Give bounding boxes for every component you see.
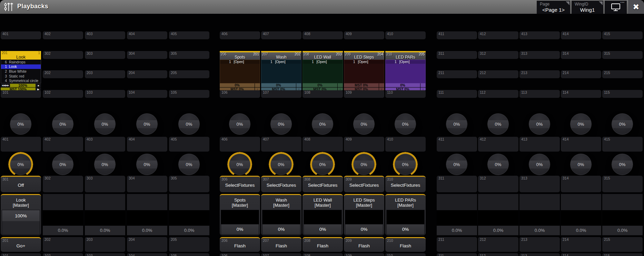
exec-cell-212[interactable]: 212 — [478, 237, 518, 252]
encoder-knob[interactable]: 0% — [52, 113, 73, 135]
master-fader-look[interactable]: Look[Master]100% — [1, 194, 41, 235]
exec-cell-401[interactable]: 401 — [1, 137, 41, 152]
encoder-knob[interactable]: 0% — [136, 113, 158, 135]
exec-cell-304[interactable]: 304 — [127, 176, 167, 192]
encoder-knob[interactable]: 0% — [487, 113, 509, 135]
exec-cell-112[interactable]: 112 — [478, 90, 518, 98]
playback-level[interactable]: 100% — [10, 84, 36, 87]
encoder-knob[interactable]: 0% — [312, 113, 333, 135]
exec-cell-108[interactable]: 108 — [303, 90, 343, 98]
fader-well[interactable]: 0% — [262, 210, 300, 235]
exec-cell-412[interactable]: 412 — [478, 137, 518, 152]
bar-end-box[interactable] — [420, 83, 426, 87]
master-level[interactable]: MST 100% — [1, 88, 36, 90]
exec-cell-205[interactable]: 205 — [169, 70, 209, 78]
exec-cell-313[interactable]: 313 — [519, 176, 560, 192]
flash-button-207[interactable]: 207Flash — [261, 237, 301, 252]
bar-end-box[interactable] — [255, 83, 260, 87]
encoder-knob[interactable]: 0% — [52, 154, 73, 175]
exec-cell-408[interactable]: 408 — [303, 31, 343, 39]
exec-cell-303[interactable]: 303 — [85, 176, 125, 192]
playback-widget-led-wall[interactable]: 208203LED Wall1[Open]0%MST 0%↑ — [303, 51, 343, 90]
fader-handle[interactable]: 0.0% — [85, 226, 125, 235]
flash-button-210[interactable]: 210Flash — [385, 237, 426, 252]
level-bar[interactable]: MST 0%↑ — [303, 88, 343, 90]
cue-open-row[interactable]: 1[Open] — [385, 60, 426, 64]
level-bar[interactable]: MST 0% — [344, 83, 384, 87]
exec-cell-411[interactable]: 411 — [437, 31, 477, 39]
exec-cell-408[interactable]: 408 — [303, 137, 343, 152]
exec-cell-313[interactable]: 313 — [519, 51, 560, 59]
fader-handle[interactable]: 0% — [221, 224, 259, 234]
fader-strip-empty[interactable]: 0.0% — [43, 194, 83, 235]
exec-cell-113[interactable]: 113 — [519, 253, 560, 256]
encoder-knob[interactable]: 0% — [229, 113, 250, 135]
playback-widget-led-pars[interactable]: 210205LED PARs1[Open]0%MST 0%↑ — [385, 51, 426, 90]
exec-cell-303[interactable]: 303 — [85, 51, 125, 59]
off-button-301[interactable]: 301Off — [1, 176, 41, 192]
exec-cell-314[interactable]: 314 — [561, 51, 601, 59]
encoder-knob[interactable]: 0% — [570, 154, 592, 175]
fader-handle[interactable]: 0.0% — [519, 226, 560, 235]
exec-cell-105[interactable]: 105 — [169, 253, 209, 256]
master-up-button[interactable]: ↑ — [420, 88, 426, 90]
fader-handle[interactable]: 0% — [304, 224, 341, 234]
transport-buttons[interactable]: ◀◀▶▶ — [1, 84, 10, 87]
encoder-knob[interactable]: 0% — [446, 113, 467, 135]
master-fader-wash[interactable]: Wash[Master]0% — [261, 194, 301, 235]
exec-cell-211[interactable]: 211 — [437, 237, 477, 252]
exec-cell-302[interactable]: 302 — [43, 51, 83, 59]
fader-handle[interactable]: 0.0% — [478, 226, 518, 235]
encoder-knob[interactable]: 0% — [353, 154, 375, 175]
exec-cell-312[interactable]: 312 — [478, 51, 518, 59]
wing-selector[interactable]: WingID Wing1 — [572, 1, 603, 14]
exec-cell-405[interactable]: 405 — [169, 137, 209, 152]
master-up-button[interactable]: ↑ — [255, 88, 260, 90]
fader-strip-empty[interactable]: 0.0% — [127, 194, 167, 235]
master-fader-led-wall[interactable]: LED Wall[Master]0% — [303, 194, 343, 235]
exec-cell-409[interactable]: 409 — [344, 137, 384, 152]
exec-cell-108[interactable]: 108 — [303, 253, 343, 256]
fader-strip-empty[interactable]: 0.0% — [478, 194, 518, 235]
fader-strip-empty[interactable]: 0.0% — [602, 194, 643, 235]
exec-cell-109[interactable]: 109 — [344, 253, 384, 256]
exec-cell-315[interactable]: 315 — [602, 176, 643, 192]
fader-handle[interactable]: 0% — [345, 224, 383, 234]
exec-cell-104[interactable]: 104 — [127, 253, 167, 256]
exec-cell-103[interactable]: 103 — [85, 253, 125, 256]
exec-cell-215[interactable]: 215 — [602, 237, 643, 252]
encoder-knob[interactable]: 0% — [487, 154, 509, 175]
exec-cell-413[interactable]: 413 — [519, 137, 560, 152]
exec-cell-305[interactable]: 305 — [169, 176, 209, 192]
playback-widget-led-steps[interactable]: 209204LED Steps1[Open]MST 0%MST 0%↑ — [344, 51, 384, 90]
exec-cell-213[interactable]: 213 — [519, 70, 560, 78]
fader-well[interactable]: 100% — [2, 210, 40, 235]
exec-cell-409[interactable]: 409 — [344, 31, 384, 39]
encoder-knob[interactable]: 0% — [312, 154, 333, 175]
exec-cell-312[interactable]: 312 — [478, 176, 518, 192]
exec-cell-406[interactable]: 406 — [220, 31, 260, 39]
fader-handle[interactable]: 100% — [2, 210, 40, 221]
exec-cell-112[interactable]: 112 — [478, 253, 518, 256]
exec-cell-214[interactable]: 214 — [561, 237, 601, 252]
fader-well[interactable]: 0% — [221, 210, 259, 235]
encoder-knob[interactable]: 0% — [570, 113, 592, 135]
exec-cell-414[interactable]: 414 — [561, 31, 601, 39]
encoder-knob[interactable]: 0% — [94, 154, 116, 175]
encoder-knob[interactable]: 0% — [136, 154, 158, 175]
exec-cell-407[interactable]: 407 — [261, 137, 301, 152]
fader-strip-empty[interactable]: 0.0% — [561, 194, 601, 235]
selectfixtures-button-308[interactable]: 308SelectFixtures — [303, 176, 343, 192]
master-fader-led-steps[interactable]: LED Steps[Master]0% — [344, 194, 384, 235]
encoder-knob[interactable]: 0% — [94, 113, 116, 135]
exec-cell-202[interactable]: 202 — [43, 237, 83, 252]
exec-cell-406[interactable]: 406 — [220, 137, 260, 152]
exec-cell-413[interactable]: 413 — [519, 31, 560, 39]
selectfixtures-button-306[interactable]: 306SelectFixtures — [220, 176, 260, 192]
exec-cell-107[interactable]: 107 — [261, 253, 301, 256]
page-selector[interactable]: Page <Page 1> — [537, 1, 570, 14]
fader-handle[interactable]: 0.0% — [43, 226, 83, 235]
encoder-knob[interactable]: 0% — [395, 113, 416, 135]
close-button[interactable]: ✖ — [628, 0, 644, 14]
exec-cell-403[interactable]: 403 — [85, 137, 125, 152]
